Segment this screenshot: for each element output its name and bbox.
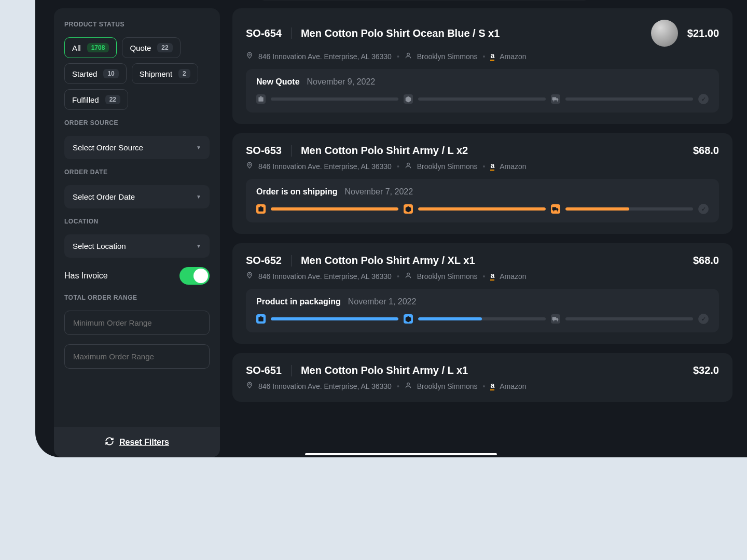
header: Sales Order 800 total order ••• [35,0,747,8]
chevron-down-icon: ▼ [196,194,201,200]
progress-bar [418,317,546,320]
svg-point-9 [249,54,251,55]
amazon-icon: a [490,272,494,281]
progress-step-icon [404,204,413,214]
reset-filters-button[interactable]: Reset Filters [54,427,220,457]
location-dropdown[interactable]: Select Location ▼ [64,234,210,258]
progress-step-icon [404,314,413,324]
order-customer: Brooklyn Simmons [417,272,478,281]
progress-date: November 1, 2022 [348,297,417,306]
svg-rect-13 [552,97,557,101]
user-icon [405,162,412,171]
order-customer: Brooklyn Simmons [417,52,478,61]
order-price: $68.0 [693,255,719,267]
order-card[interactable]: SO-652 Men Cotton Polo Shirt Army / XL x… [232,243,732,344]
max-range-input[interactable] [64,344,210,369]
location-icon [246,272,253,281]
svg-point-21 [553,210,554,211]
svg-point-22 [557,210,558,211]
progress-step-icon [551,94,560,104]
order-price: $21.00 [687,27,719,39]
amazon-icon: a [490,382,494,390]
filter-sidebar: PRODUCT STATUS All1708Quote22Started10Sh… [54,8,220,457]
progress-bar [565,317,693,320]
search-field[interactable] [259,0,590,1]
progress-date: November 7, 2022 [344,187,413,197]
progress-bar [565,97,693,101]
svg-rect-19 [260,206,261,208]
progress-bar [418,97,546,101]
order-customer: Brooklyn Simmons [417,382,478,390]
svg-point-16 [249,164,251,165]
svg-rect-18 [258,207,263,212]
svg-point-29 [557,320,558,321]
order-address: 846 Innovation Ave. Enterprise, AL 36330 [258,52,392,61]
content: PRODUCT STATUS All1708Quote22Started10Sh… [35,8,747,457]
order-card[interactable]: SO-653 Men Cotton Polo Shirt Army / L x2… [232,133,732,234]
svg-rect-25 [258,317,263,321]
progress-step-icon [256,94,266,104]
order-card[interactable]: SO-654 Men Cotton Polo Shirt Ocean Blue … [232,8,732,124]
invoice-toggle[interactable] [179,267,210,285]
amazon-icon: a [490,52,494,61]
source-dropdown[interactable]: Select Order Source ▼ [64,136,210,159]
order-source: Amazon [500,272,526,281]
svg-point-15 [557,100,558,101]
user-icon [405,52,412,61]
check-icon: ✓ [698,94,709,104]
order-title: Men Cotton Polo Shirt Ocean Blue / S x1 [301,27,642,39]
progress-status: New Quote [256,77,300,87]
svg-point-23 [249,274,251,275]
status-chip-started[interactable]: Started10 [64,63,127,84]
progress-panel: New QuoteNovember 9, 2022 ✓ [246,69,719,113]
progress-bar [565,207,693,211]
order-source: Amazon [500,52,526,61]
svg-rect-12 [260,96,261,98]
scroll-indicator[interactable] [305,453,497,455]
progress-bar [418,207,546,211]
app-window: Sales Order 800 total order ••• PRODUCT … [35,0,747,457]
svg-point-28 [553,320,554,321]
progress-step-icon [256,314,266,324]
chevron-down-icon: ▼ [196,243,201,249]
order-id: SO-651 [246,365,282,376]
status-chip-all[interactable]: All1708 [64,37,117,58]
order-title: Men Cotton Polo Shirt Army / L x2 [301,145,684,157]
progress-step-icon [551,314,560,324]
order-source: Amazon [500,382,526,390]
order-card[interactable]: SO-651 Men Cotton Polo Shirt Army / L x1… [232,353,732,402]
progress-panel: Order is on shippingNovember 7, 2022 ✓ [246,179,719,222]
svg-point-30 [249,384,251,385]
order-title: Men Cotton Polo Shirt Army / XL x1 [301,255,684,267]
order-price: $32.0 [693,365,719,376]
date-section-label: ORDER DATE [64,169,210,176]
orders-list: SO-654 Men Cotton Polo Shirt Ocean Blue … [232,8,732,457]
progress-step-icon [404,94,413,104]
progress-status: Order is on shipping [256,187,337,197]
chevron-down-icon: ▼ [196,145,201,150]
check-icon: ✓ [698,314,709,324]
progress-step-icon [256,204,266,214]
svg-rect-20 [552,207,557,211]
order-address: 846 Innovation Ave. Enterprise, AL 36330 [258,382,392,390]
date-dropdown[interactable]: Select Order Date ▼ [64,185,210,208]
location-section-label: LOCATION [64,218,210,225]
progress-bar [271,207,398,211]
min-range-input[interactable] [64,311,210,335]
status-chip-fulfilled[interactable]: Fulfilled22 [64,89,128,110]
status-chip-quote[interactable]: Quote22 [122,37,180,58]
svg-point-14 [553,100,554,101]
status-chips: All1708Quote22Started10Shipment2Fulfille… [64,37,210,110]
order-id: SO-653 [246,145,282,157]
source-section-label: ORDER SOURCE [64,119,210,127]
svg-point-10 [407,53,409,55]
user-icon [405,272,412,281]
status-chip-shipment[interactable]: Shipment2 [132,63,198,84]
location-icon [246,52,253,61]
order-customer: Brooklyn Simmons [417,162,478,171]
svg-point-24 [407,273,409,275]
order-id: SO-654 [246,27,282,39]
user-icon [405,382,412,390]
invoice-toggle-row: Has Invoice [64,267,210,285]
check-icon: ✓ [698,204,709,214]
